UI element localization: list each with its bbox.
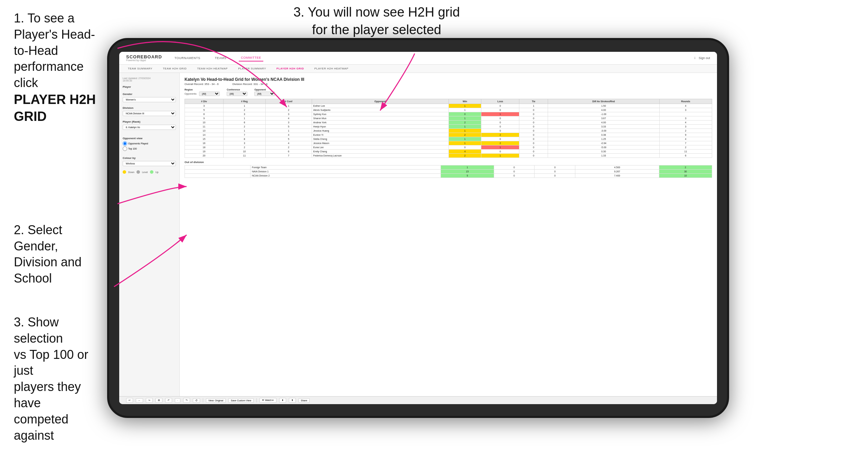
subnav-team-heatmap[interactable]: TEAM H2H HEATMAP <box>195 66 229 71</box>
cell-name: Esther Lee <box>312 104 449 108</box>
sidebar-opponent-view-section: Opponent view Opponents Played Top 100 <box>123 137 176 151</box>
filter-group-region: Region Opponents: (All) <box>185 88 220 96</box>
subnav-team-summary[interactable]: TEAM SUMMARY <box>126 66 154 71</box>
toolbar-download[interactable]: ⬇ <box>279 398 286 403</box>
logo: SCOREBOARD Powered by clippd <box>126 55 162 61</box>
tablet-screen: SCOREBOARD Powered by clippd TOURNAMENTS… <box>119 52 717 404</box>
toolbar-dot[interactable]: · <box>175 398 180 403</box>
toolbar-forward[interactable]: ↷ <box>183 398 190 403</box>
cell-diff: 1.25 <box>548 137 659 141</box>
cell-conf: 5 <box>265 137 312 141</box>
cell-loss: 0 <box>481 129 519 133</box>
toolbar-timer[interactable]: ⏱ <box>193 398 200 403</box>
cell-diff: 1.50 <box>548 104 659 108</box>
cell-loss: 0 <box>481 125 519 129</box>
cell-tie: 0 <box>519 150 548 154</box>
table-row: 13 1 1 Jessica Huang 1 0 0 -3.00 2 <box>185 129 712 133</box>
sidebar-player-rank-select[interactable]: 8. Katelyn Vo <box>123 125 176 130</box>
step3a-text: 3. Show selection vs Top 100 or just pla… <box>14 314 107 444</box>
ood-win: 1 <box>441 165 494 170</box>
grid-records: Overall Record: 353 - 34 - 6 Division Re… <box>185 83 712 86</box>
sidebar-player-label: Player <box>123 85 176 88</box>
toolbar-redo[interactable]: ↪ <box>146 398 153 403</box>
cell-diff: -0.94 <box>548 141 659 145</box>
radio-opponents-played-input[interactable] <box>123 141 127 146</box>
toolbar-back[interactable]: ← <box>136 398 143 403</box>
radio-opponents-played[interactable]: Opponents Played <box>123 141 176 146</box>
step2-block: 2. Select Gender, Division and School <box>14 222 107 287</box>
cell-div: 5 <box>185 108 224 112</box>
color-label-level: Level <box>142 171 148 173</box>
grid-title: Katelyn Vo Head-to-Head Grid for Women's… <box>185 77 712 82</box>
radio-top100-input[interactable] <box>123 146 127 151</box>
toolbar-undo[interactable]: ↩ <box>126 398 133 403</box>
cell-diff: 3.67 <box>548 116 659 121</box>
ood-diff: 9.267 <box>575 170 659 174</box>
toolbar-save-custom[interactable]: Save Custom View <box>228 398 254 403</box>
cell-win: 1 <box>449 125 481 129</box>
sidebar-gender-section: Gender Women's Men's <box>123 93 176 102</box>
ood-row: Foreign Team 1 0 0 4.500 2 <box>185 165 712 170</box>
ood-diff: 7.400 <box>575 174 659 178</box>
ood-spacer <box>185 174 251 178</box>
toolbar-watch[interactable]: 👁 Watch ▾ <box>260 398 276 403</box>
cell-win: 2 <box>449 154 481 158</box>
cell-reg: 6 <box>223 121 265 125</box>
nav-teams[interactable]: TEAMS <box>213 55 229 61</box>
cell-tie: 0 <box>519 154 548 158</box>
radio-top100[interactable]: Top 100 <box>123 146 176 151</box>
nav-info[interactable]: i <box>695 56 695 60</box>
sidebar-player-rank-section: Player (Rank) 8. Katelyn Vo <box>123 120 176 130</box>
subnav-player-h2h-grid[interactable]: PLAYER H2H GRID <box>275 66 306 71</box>
subnav-player-heatmap[interactable]: PLAYER H2H HEATMAP <box>313 66 350 71</box>
cell-reg: 3 <box>223 141 265 145</box>
cell-tie: 0 <box>519 145 548 150</box>
cell-div: 10 <box>185 121 224 125</box>
filter-opponents-select[interactable]: (All) <box>199 92 220 96</box>
cell-win: 1 <box>449 137 481 141</box>
cell-name: Heejo Hyun <box>312 125 449 129</box>
toolbar-grid[interactable]: ⊞ <box>155 398 162 403</box>
subnav-player-summary[interactable]: PLAYER SUMMARY <box>236 66 268 71</box>
cell-rounds: 4 <box>659 137 712 141</box>
cell-loss: 0 <box>481 121 519 125</box>
nav-tournaments[interactable]: TOURNAMENTS <box>172 55 202 61</box>
color-legend: Down Level Up <box>123 170 176 174</box>
toolbar-rewind[interactable]: ↶ <box>165 398 172 403</box>
toolbar-share[interactable]: Share <box>299 398 310 403</box>
table-row: 15 8 5 Stella Cheng 1 0 0 1.25 4 <box>185 137 712 141</box>
ood-spacer <box>185 170 251 174</box>
cell-loss: 0 <box>481 137 519 141</box>
nav-signout[interactable]: Sign out <box>699 56 710 60</box>
table-row: 9 1 4 Sharon Mun 1 0 0 3.67 3 <box>185 116 712 121</box>
cell-rounds: 3 <box>659 116 712 121</box>
cell-reg: 1 <box>223 129 265 133</box>
th-div: # Div <box>185 99 224 104</box>
instructions-left: 1. To see a Player's Head- to-Head perfo… <box>3 3 117 460</box>
cell-reg: 1 <box>223 104 265 108</box>
cell-name: Jessica Huang <box>312 129 449 133</box>
sidebar-colour-select[interactable]: Win/loss <box>123 161 176 166</box>
toolbar-view-original[interactable]: View: Original <box>206 398 226 403</box>
cell-diff: -5.00 <box>548 145 659 150</box>
step1-block: 1. To see a Player's Head- to-Head perfo… <box>14 10 107 125</box>
cell-name: Andrea York <box>312 121 449 125</box>
cell-diff: 1.33 <box>548 154 659 158</box>
filter-conference-select[interactable]: (All) <box>227 92 247 96</box>
cell-tie: 0 <box>519 129 548 133</box>
cell-name: Alexis Sudjianto <box>312 108 449 112</box>
toolbar-sep2 <box>256 398 257 402</box>
sidebar-gender-select[interactable]: Women's Men's <box>123 97 176 102</box>
bottom-toolbar: ↩ ← ↪ ⊞ ↶ · ↷ ⏱ View: Original Save Cust… <box>119 396 717 404</box>
sidebar-division-select[interactable]: NCAA Division III NCAA Division I NCAA D… <box>123 111 176 116</box>
cell-div: 15 <box>185 137 224 141</box>
logo-sub: Powered by clippd <box>126 59 162 61</box>
ood-tie: 0 <box>535 170 575 174</box>
filter-opponent-select[interactable]: (All) <box>254 92 275 96</box>
cell-rounds: 4 <box>659 121 712 125</box>
cell-conf: 6 <box>265 150 312 154</box>
ood-name: NCAA Division 2 <box>251 174 441 178</box>
toolbar-upload[interactable]: ⬆ <box>289 398 296 403</box>
subnav-team-h2h-grid[interactable]: TEAM H2H GRID <box>161 66 188 71</box>
nav-committee[interactable]: COMMITTEE <box>239 55 263 61</box>
